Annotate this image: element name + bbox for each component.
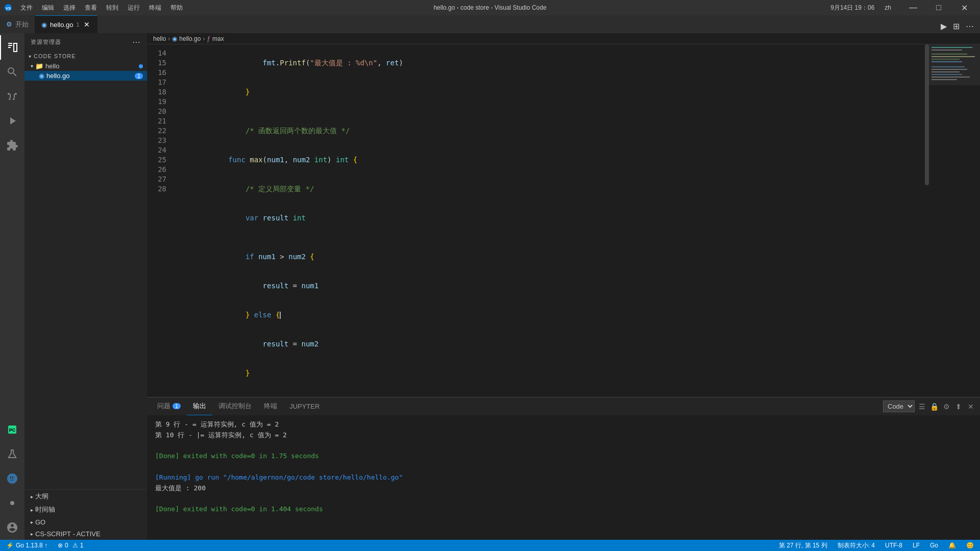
activity-extensions[interactable] [0, 133, 24, 158]
panel: 问题 1 输出 调试控制台 终端 JUPYTER Code [147, 397, 980, 540]
status-feedback[interactable]: 🔔 [946, 542, 958, 549]
run-button[interactable]: ▶ [939, 19, 949, 33]
breadcrumb-filename[interactable]: hello.go [179, 35, 201, 42]
line-num-16: 16 [147, 68, 166, 78]
panel-close-button[interactable]: ✕ [966, 402, 976, 412]
status-go-version[interactable]: ⚡ Go 1.13.8 ↑ [4, 542, 50, 549]
panel-tab-output[interactable]: 输出 [187, 397, 212, 415]
panel-maximize-button[interactable]: ⬆ [953, 402, 964, 412]
svg-point-4 [10, 501, 14, 505]
panel-content: 第 9 行 - = 运算符实例, c 值为 = 2 第 10 行 - |= 运算… [147, 415, 980, 540]
chevron-right-icon: ▸ [31, 494, 33, 499]
sidebar-section: ▾ CODE STORE ▾ 📁 hello ◉ hello.go 1 [24, 51, 147, 489]
code-line-18: func max(num1, num2 int) int { [173, 145, 925, 174]
split-editor-button[interactable]: ⊞ [951, 19, 962, 33]
sidebar-go[interactable]: ▸ GO [24, 516, 147, 528]
activity-explorer[interactable] [0, 35, 24, 60]
tab-hello-go[interactable]: ◉ hello.go 1 ✕ [35, 15, 97, 33]
code-dropdown[interactable]: Code [883, 400, 915, 412]
activity-search[interactable] [0, 60, 24, 84]
tab-welcome[interactable]: ⚙ 开始 [0, 15, 35, 33]
status-encoding[interactable]: UTF-8 [883, 542, 904, 549]
status-errors[interactable]: ⊗ 0 ⚠ 1 [56, 542, 85, 549]
menu-edit[interactable]: 编辑 [38, 3, 58, 13]
close-button[interactable]: ✕ [952, 0, 976, 15]
status-lineending[interactable]: LF [911, 542, 922, 549]
menu-goto[interactable]: 转到 [102, 3, 122, 13]
more-actions-button[interactable]: ⋯ [964, 19, 976, 33]
status-position[interactable]: 第 27 行, 第 15 列 [777, 541, 829, 550]
chevron-open-icon: ▾ [31, 63, 33, 69]
jupyter-label: JUPYTER [289, 403, 320, 410]
breadcrumb-file[interactable]: ◉ [172, 35, 177, 42]
activity-source-control[interactable] [0, 84, 24, 109]
code-line-22: if num1 > num2 { [173, 242, 925, 271]
code-line-21 [173, 233, 925, 242]
sidebar-outline[interactable]: ▸ 大纲 [24, 490, 147, 503]
title-bar-left: VS 文件 编辑 选择 查看 转到 运行 终端 帮助 [4, 3, 187, 13]
activity-run-debug[interactable] [0, 109, 24, 133]
menu-select[interactable]: 选择 [59, 3, 80, 13]
smiley-icon: 😊 [966, 542, 974, 549]
folder-icon: 📁 [35, 62, 43, 70]
scrollbar-thumb[interactable] [925, 44, 929, 185]
minimize-button[interactable]: — [901, 0, 925, 15]
panel-tab-terminal[interactable]: 终端 [258, 397, 283, 415]
line-num-27: 27 [147, 174, 166, 184]
code-line-15: } [173, 78, 925, 107]
panel-tab-debug[interactable]: 调试控制台 [212, 397, 258, 415]
status-language[interactable]: Go [928, 542, 940, 549]
activity-flask[interactable] [0, 442, 24, 466]
code-line-14: fmt.Printf("最大值是 : %d\n", ret) [173, 48, 925, 78]
panel-list-button[interactable]: ☰ [917, 402, 927, 412]
svg-rect-18 [929, 44, 980, 85]
datetime-display: 9月14日 19：06 [826, 3, 878, 13]
terminal-line-3: [Done] exited with code=0 in 1.75 second… [155, 451, 972, 462]
code-store-header: ▾ CODE STORE [24, 51, 147, 61]
file-name: hello.go [46, 72, 70, 80]
position-text: 第 27 行, 第 15 列 [779, 541, 827, 550]
terminal-line-2 [155, 441, 972, 452]
sidebar-cs-script[interactable]: ▸ CS-SCRIPT - ACTIVE [24, 528, 147, 540]
code-line-25: result = num2 [173, 330, 925, 359]
spaces-text: 制表符大小: 4 [838, 541, 875, 550]
code-line-20: var result int [173, 204, 925, 233]
activity-copilot[interactable] [0, 491, 24, 515]
main-layout: PC 资源管理器 ⋯ ▾ CODE STORE [0, 33, 980, 540]
terminal-line-0: 第 9 行 - = 运算符实例, c 值为 = 2 [155, 419, 972, 430]
breadcrumb-function[interactable]: max [212, 35, 224, 42]
tab-close-button[interactable]: ✕ [83, 20, 91, 29]
sidebar-timeline[interactable]: ▸ 时间轴 [24, 503, 147, 516]
line-num-18: 18 [147, 87, 166, 97]
line-num-26: 26 [147, 165, 166, 174]
panel-tab-problems[interactable]: 问题 1 [151, 397, 187, 415]
panel-settings-button[interactable]: ⚙ [941, 402, 951, 412]
activity-python[interactable] [0, 466, 24, 491]
line-num-24: 24 [147, 145, 166, 155]
panel-lock-button[interactable]: 🔒 [929, 402, 939, 412]
menu-run[interactable]: 运行 [124, 3, 144, 13]
code-editor[interactable]: 14 15 16 17 18 19 20 21 22 23 24 25 26 2… [147, 44, 929, 397]
maximize-button[interactable]: □ [927, 0, 950, 15]
terminal-line-1: 第 10 行 - |= 运算符实例, c 值为 = 2 [155, 430, 972, 441]
sidebar-more-button[interactable]: ⋯ [132, 37, 141, 47]
menu-view[interactable]: 查看 [81, 3, 101, 13]
go-version-text: Go 1.13.8 ↑ [16, 542, 47, 549]
code-content[interactable]: fmt.Printf("最大值是 : %d\n", ret) } /* 函数返回… [173, 44, 925, 397]
editor-scrollbar[interactable] [925, 44, 929, 397]
breadcrumb-hello[interactable]: hello [153, 35, 166, 42]
line-num-15: 15 [147, 58, 166, 68]
panel-tab-jupyter[interactable]: JUPYTER [283, 397, 326, 415]
menu-help[interactable]: 帮助 [166, 3, 187, 13]
activity-settings[interactable] [0, 515, 24, 540]
activity-pycharm[interactable]: PC [0, 417, 24, 442]
menu-file[interactable]: 文件 [16, 3, 37, 13]
status-smiley[interactable]: 😊 [964, 542, 976, 549]
timeline-label: 时间轴 [35, 505, 55, 514]
sidebar-folder-hello[interactable]: ▾ 📁 hello [24, 61, 147, 71]
go-file-icon: ◉ [39, 72, 44, 80]
sidebar-file-hello-go[interactable]: ◉ hello.go 1 [24, 71, 147, 81]
line-num-28: 28 [147, 184, 166, 194]
menu-terminal[interactable]: 终端 [145, 3, 165, 13]
status-spaces[interactable]: 制表符大小: 4 [836, 541, 877, 550]
